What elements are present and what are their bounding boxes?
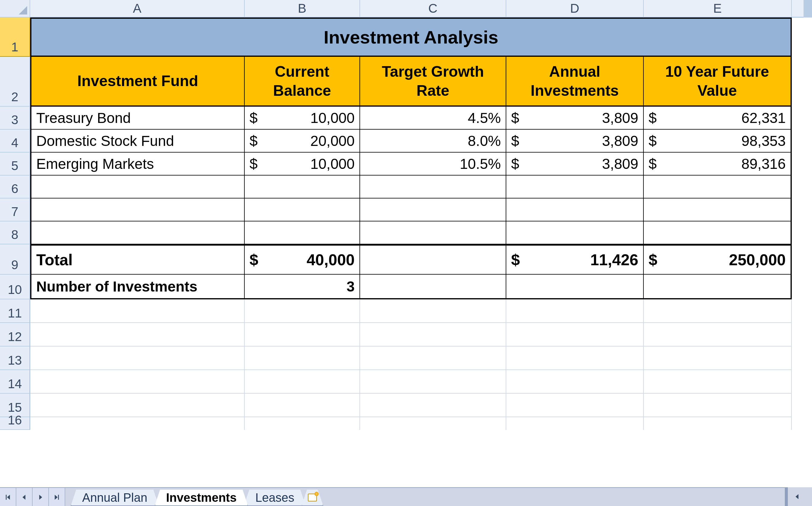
empty-cell[interactable] [506, 323, 644, 346]
total-fv[interactable]: $250,000 [644, 244, 792, 275]
empty-cell[interactable] [30, 346, 245, 370]
cell-annual[interactable]: $3,809 [506, 130, 644, 153]
horizontal-scroll[interactable] [785, 487, 812, 506]
cell-fund[interactable]: Domestic Stock Fund [30, 130, 245, 153]
tab-nav-next-icon[interactable] [33, 488, 49, 506]
empty-cell[interactable] [644, 300, 792, 323]
empty-cell[interactable] [245, 346, 360, 370]
empty-cell[interactable] [644, 394, 792, 417]
total-annual[interactable]: $11,426 [506, 244, 644, 275]
empty-cell[interactable] [360, 222, 506, 244]
empty-cell[interactable] [360, 346, 506, 370]
empty-cell[interactable] [360, 417, 506, 430]
empty-cell[interactable] [644, 323, 792, 346]
row-header-5[interactable]: 5 [0, 153, 30, 175]
row-header-2[interactable]: 2 [0, 57, 30, 107]
row-header-1[interactable]: 1 [0, 17, 30, 57]
empty-cell[interactable] [644, 198, 792, 222]
count-label[interactable]: Number of Investments [30, 275, 245, 300]
header-10-year-future-value[interactable]: 10 Year Future Value [644, 57, 792, 107]
row-header-7[interactable]: 7 [0, 198, 30, 222]
column-header-A[interactable]: A [30, 0, 245, 17]
row-header-13[interactable]: 13 [0, 346, 30, 370]
empty-cell[interactable] [245, 370, 360, 394]
select-all-box[interactable] [0, 0, 30, 17]
empty-cell[interactable] [245, 222, 360, 244]
sheet-tab-annual-plan[interactable]: Annual Plan [71, 490, 159, 506]
cell-rate[interactable]: 8.0% [360, 130, 506, 153]
total-rate[interactable] [360, 244, 506, 275]
empty-cell[interactable] [360, 300, 506, 323]
empty-cell[interactable] [360, 323, 506, 346]
empty-cell[interactable] [30, 394, 245, 417]
empty-cell[interactable] [644, 222, 792, 244]
column-header-E[interactable]: E [644, 0, 792, 17]
row-header-6[interactable]: 6 [0, 175, 30, 198]
empty-cell[interactable] [506, 346, 644, 370]
header-target-growth-rate[interactable]: Target Growth Rate [360, 57, 506, 107]
empty-cell[interactable] [245, 198, 360, 222]
cell-rate[interactable]: 10.5% [360, 153, 506, 175]
row-header-8[interactable]: 8 [0, 222, 30, 244]
column-header-B[interactable]: B [245, 0, 360, 17]
empty-cell[interactable] [644, 417, 792, 430]
header-annual-investments[interactable]: Annual Investments [506, 57, 644, 107]
sheet-tab-investments[interactable]: Investments [155, 490, 248, 506]
empty-cell[interactable] [360, 370, 506, 394]
tab-nav-first-icon[interactable] [0, 488, 16, 506]
empty-cell[interactable] [360, 198, 506, 222]
title-cell[interactable]: Investment Analysis [30, 17, 792, 57]
cell-fund[interactable]: Treasury Bond [30, 107, 245, 130]
row-header-11[interactable]: 11 [0, 300, 30, 323]
empty-cell[interactable] [360, 394, 506, 417]
empty-cell[interactable] [644, 370, 792, 394]
empty-cell[interactable] [506, 198, 644, 222]
empty-cell[interactable] [506, 175, 644, 198]
empty-cell[interactable] [30, 300, 245, 323]
empty-cell[interactable] [506, 222, 644, 244]
cell-annual[interactable]: $3,809 [506, 107, 644, 130]
total-label[interactable]: Total [30, 244, 245, 275]
cell-balance[interactable]: $20,000 [245, 130, 360, 153]
empty-cell[interactable] [30, 198, 245, 222]
cell-annual[interactable]: $3,809 [506, 153, 644, 175]
empty-cell[interactable] [506, 275, 644, 300]
row-header-9[interactable]: 9 [0, 244, 30, 275]
empty-cell[interactable] [360, 275, 506, 300]
cell-rate[interactable]: 4.5% [360, 107, 506, 130]
empty-cell[interactable] [644, 346, 792, 370]
cell-fund[interactable]: Emerging Markets [30, 153, 245, 175]
header-investment-fund[interactable]: Investment Fund [30, 57, 245, 107]
cell-fv[interactable]: $89,316 [644, 153, 792, 175]
empty-cell[interactable] [506, 370, 644, 394]
column-header-C[interactable]: C [360, 0, 506, 17]
header-current-balance[interactable]: Current Balance [245, 57, 360, 107]
empty-cell[interactable] [245, 323, 360, 346]
empty-cell[interactable] [30, 417, 245, 430]
empty-cell[interactable] [30, 222, 245, 244]
row-header-14[interactable]: 14 [0, 370, 30, 394]
row-header-16[interactable]: 16 [0, 417, 30, 430]
tab-nav-prev-icon[interactable] [16, 488, 33, 506]
row-header-12[interactable]: 12 [0, 323, 30, 346]
tab-nav-last-icon[interactable] [49, 488, 65, 506]
cell-balance[interactable]: $10,000 [245, 153, 360, 175]
empty-cell[interactable] [644, 175, 792, 198]
row-header-4[interactable]: 4 [0, 130, 30, 153]
empty-cell[interactable] [506, 300, 644, 323]
empty-cell[interactable] [245, 417, 360, 430]
empty-cell[interactable] [30, 323, 245, 346]
sheet-tab-leases[interactable]: Leases [244, 490, 306, 506]
empty-cell[interactable] [30, 175, 245, 198]
cell-fv[interactable]: $62,331 [644, 107, 792, 130]
cell-balance[interactable]: $10,000 [245, 107, 360, 130]
row-header-3[interactable]: 3 [0, 107, 30, 130]
empty-cell[interactable] [245, 175, 360, 198]
empty-cell[interactable] [360, 175, 506, 198]
cell-fv[interactable]: $98,353 [644, 130, 792, 153]
empty-cell[interactable] [245, 394, 360, 417]
column-header-D[interactable]: D [506, 0, 644, 17]
empty-cell[interactable] [245, 300, 360, 323]
count-value[interactable]: 3 [245, 275, 360, 300]
scroll-left-icon[interactable] [794, 493, 801, 500]
